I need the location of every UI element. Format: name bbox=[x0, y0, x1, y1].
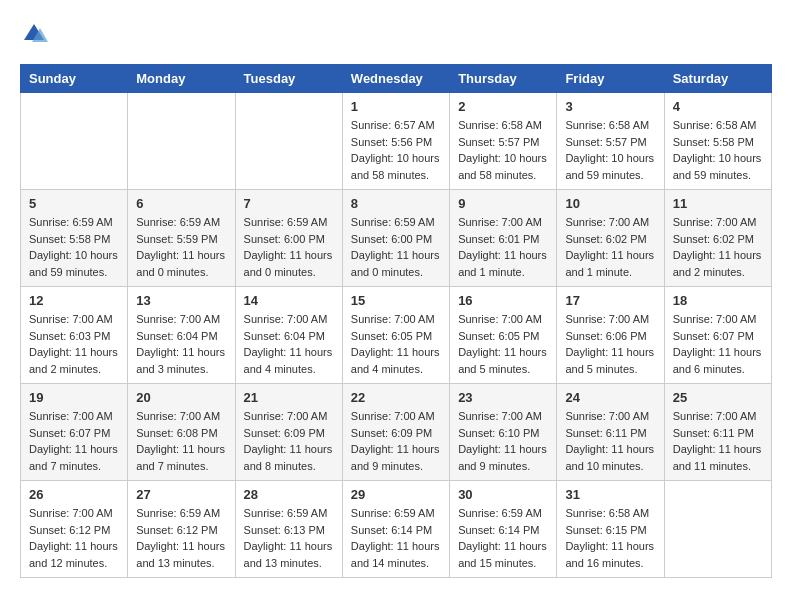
day-info: Sunrise: 6:59 AMSunset: 6:13 PMDaylight:… bbox=[244, 505, 334, 571]
day-info: Sunrise: 7:00 AMSunset: 6:05 PMDaylight:… bbox=[351, 311, 441, 377]
day-number: 12 bbox=[29, 293, 119, 308]
calendar-day-cell: 21Sunrise: 7:00 AMSunset: 6:09 PMDayligh… bbox=[235, 384, 342, 481]
calendar-day-cell: 19Sunrise: 7:00 AMSunset: 6:07 PMDayligh… bbox=[21, 384, 128, 481]
day-number: 8 bbox=[351, 196, 441, 211]
calendar-day-cell: 18Sunrise: 7:00 AMSunset: 6:07 PMDayligh… bbox=[664, 287, 771, 384]
day-info: Sunrise: 7:00 AMSunset: 6:01 PMDaylight:… bbox=[458, 214, 548, 280]
day-info: Sunrise: 7:00 AMSunset: 6:06 PMDaylight:… bbox=[565, 311, 655, 377]
calendar-day-cell: 7Sunrise: 6:59 AMSunset: 6:00 PMDaylight… bbox=[235, 190, 342, 287]
day-number: 27 bbox=[136, 487, 226, 502]
calendar-day-cell: 25Sunrise: 7:00 AMSunset: 6:11 PMDayligh… bbox=[664, 384, 771, 481]
day-info: Sunrise: 7:00 AMSunset: 6:03 PMDaylight:… bbox=[29, 311, 119, 377]
day-number: 19 bbox=[29, 390, 119, 405]
calendar-day-cell: 26Sunrise: 7:00 AMSunset: 6:12 PMDayligh… bbox=[21, 481, 128, 578]
day-info: Sunrise: 7:00 AMSunset: 6:02 PMDaylight:… bbox=[673, 214, 763, 280]
calendar-day-cell bbox=[664, 481, 771, 578]
day-info: Sunrise: 7:00 AMSunset: 6:04 PMDaylight:… bbox=[244, 311, 334, 377]
day-info: Sunrise: 7:00 AMSunset: 6:07 PMDaylight:… bbox=[29, 408, 119, 474]
day-number: 9 bbox=[458, 196, 548, 211]
weekday-header: Saturday bbox=[664, 65, 771, 93]
calendar-day-cell bbox=[21, 93, 128, 190]
day-number: 21 bbox=[244, 390, 334, 405]
calendar-day-cell bbox=[128, 93, 235, 190]
day-info: Sunrise: 7:00 AMSunset: 6:09 PMDaylight:… bbox=[244, 408, 334, 474]
day-info: Sunrise: 7:00 AMSunset: 6:07 PMDaylight:… bbox=[673, 311, 763, 377]
weekday-header: Wednesday bbox=[342, 65, 449, 93]
day-number: 2 bbox=[458, 99, 548, 114]
day-info: Sunrise: 6:57 AMSunset: 5:56 PMDaylight:… bbox=[351, 117, 441, 183]
day-info: Sunrise: 6:59 AMSunset: 6:12 PMDaylight:… bbox=[136, 505, 226, 571]
day-info: Sunrise: 7:00 AMSunset: 6:12 PMDaylight:… bbox=[29, 505, 119, 571]
day-number: 3 bbox=[565, 99, 655, 114]
weekday-header-row: SundayMondayTuesdayWednesdayThursdayFrid… bbox=[21, 65, 772, 93]
calendar-day-cell: 12Sunrise: 7:00 AMSunset: 6:03 PMDayligh… bbox=[21, 287, 128, 384]
weekday-header: Monday bbox=[128, 65, 235, 93]
day-number: 30 bbox=[458, 487, 548, 502]
logo bbox=[20, 20, 52, 48]
day-number: 17 bbox=[565, 293, 655, 308]
day-info: Sunrise: 6:58 AMSunset: 5:57 PMDaylight:… bbox=[565, 117, 655, 183]
day-info: Sunrise: 6:59 AMSunset: 6:14 PMDaylight:… bbox=[351, 505, 441, 571]
day-number: 1 bbox=[351, 99, 441, 114]
weekday-header: Thursday bbox=[450, 65, 557, 93]
day-info: Sunrise: 7:00 AMSunset: 6:10 PMDaylight:… bbox=[458, 408, 548, 474]
day-info: Sunrise: 6:58 AMSunset: 5:58 PMDaylight:… bbox=[673, 117, 763, 183]
calendar-day-cell: 31Sunrise: 6:58 AMSunset: 6:15 PMDayligh… bbox=[557, 481, 664, 578]
day-info: Sunrise: 6:59 AMSunset: 6:00 PMDaylight:… bbox=[351, 214, 441, 280]
calendar-day-cell: 28Sunrise: 6:59 AMSunset: 6:13 PMDayligh… bbox=[235, 481, 342, 578]
day-number: 31 bbox=[565, 487, 655, 502]
day-number: 5 bbox=[29, 196, 119, 211]
calendar-week-row: 12Sunrise: 7:00 AMSunset: 6:03 PMDayligh… bbox=[21, 287, 772, 384]
calendar-day-cell: 13Sunrise: 7:00 AMSunset: 6:04 PMDayligh… bbox=[128, 287, 235, 384]
day-number: 22 bbox=[351, 390, 441, 405]
day-number: 4 bbox=[673, 99, 763, 114]
day-info: Sunrise: 7:00 AMSunset: 6:04 PMDaylight:… bbox=[136, 311, 226, 377]
day-info: Sunrise: 7:00 AMSunset: 6:09 PMDaylight:… bbox=[351, 408, 441, 474]
calendar-week-row: 1Sunrise: 6:57 AMSunset: 5:56 PMDaylight… bbox=[21, 93, 772, 190]
day-number: 20 bbox=[136, 390, 226, 405]
calendar-day-cell: 20Sunrise: 7:00 AMSunset: 6:08 PMDayligh… bbox=[128, 384, 235, 481]
calendar-day-cell: 9Sunrise: 7:00 AMSunset: 6:01 PMDaylight… bbox=[450, 190, 557, 287]
day-number: 25 bbox=[673, 390, 763, 405]
calendar-day-cell: 10Sunrise: 7:00 AMSunset: 6:02 PMDayligh… bbox=[557, 190, 664, 287]
calendar-week-row: 5Sunrise: 6:59 AMSunset: 5:58 PMDaylight… bbox=[21, 190, 772, 287]
weekday-header: Friday bbox=[557, 65, 664, 93]
day-number: 6 bbox=[136, 196, 226, 211]
day-number: 26 bbox=[29, 487, 119, 502]
day-number: 7 bbox=[244, 196, 334, 211]
calendar-week-row: 26Sunrise: 7:00 AMSunset: 6:12 PMDayligh… bbox=[21, 481, 772, 578]
calendar-week-row: 19Sunrise: 7:00 AMSunset: 6:07 PMDayligh… bbox=[21, 384, 772, 481]
calendar-day-cell: 4Sunrise: 6:58 AMSunset: 5:58 PMDaylight… bbox=[664, 93, 771, 190]
day-info: Sunrise: 7:00 AMSunset: 6:08 PMDaylight:… bbox=[136, 408, 226, 474]
day-number: 15 bbox=[351, 293, 441, 308]
calendar-day-cell: 6Sunrise: 6:59 AMSunset: 5:59 PMDaylight… bbox=[128, 190, 235, 287]
day-info: Sunrise: 6:58 AMSunset: 6:15 PMDaylight:… bbox=[565, 505, 655, 571]
day-number: 11 bbox=[673, 196, 763, 211]
day-number: 14 bbox=[244, 293, 334, 308]
calendar-day-cell: 1Sunrise: 6:57 AMSunset: 5:56 PMDaylight… bbox=[342, 93, 449, 190]
calendar-day-cell: 5Sunrise: 6:59 AMSunset: 5:58 PMDaylight… bbox=[21, 190, 128, 287]
calendar-day-cell: 23Sunrise: 7:00 AMSunset: 6:10 PMDayligh… bbox=[450, 384, 557, 481]
day-info: Sunrise: 6:59 AMSunset: 6:00 PMDaylight:… bbox=[244, 214, 334, 280]
page-header bbox=[20, 20, 772, 48]
weekday-header: Sunday bbox=[21, 65, 128, 93]
calendar-day-cell: 8Sunrise: 6:59 AMSunset: 6:00 PMDaylight… bbox=[342, 190, 449, 287]
day-number: 23 bbox=[458, 390, 548, 405]
calendar-day-cell: 16Sunrise: 7:00 AMSunset: 6:05 PMDayligh… bbox=[450, 287, 557, 384]
day-number: 10 bbox=[565, 196, 655, 211]
day-info: Sunrise: 6:58 AMSunset: 5:57 PMDaylight:… bbox=[458, 117, 548, 183]
day-number: 18 bbox=[673, 293, 763, 308]
calendar-day-cell: 11Sunrise: 7:00 AMSunset: 6:02 PMDayligh… bbox=[664, 190, 771, 287]
day-info: Sunrise: 6:59 AMSunset: 5:59 PMDaylight:… bbox=[136, 214, 226, 280]
calendar-day-cell: 29Sunrise: 6:59 AMSunset: 6:14 PMDayligh… bbox=[342, 481, 449, 578]
day-info: Sunrise: 7:00 AMSunset: 6:02 PMDaylight:… bbox=[565, 214, 655, 280]
day-number: 28 bbox=[244, 487, 334, 502]
logo-icon bbox=[20, 20, 48, 48]
calendar-day-cell: 17Sunrise: 7:00 AMSunset: 6:06 PMDayligh… bbox=[557, 287, 664, 384]
day-number: 13 bbox=[136, 293, 226, 308]
calendar-day-cell bbox=[235, 93, 342, 190]
day-number: 24 bbox=[565, 390, 655, 405]
calendar-table: SundayMondayTuesdayWednesdayThursdayFrid… bbox=[20, 64, 772, 578]
day-info: Sunrise: 6:59 AMSunset: 5:58 PMDaylight:… bbox=[29, 214, 119, 280]
calendar-day-cell: 30Sunrise: 6:59 AMSunset: 6:14 PMDayligh… bbox=[450, 481, 557, 578]
